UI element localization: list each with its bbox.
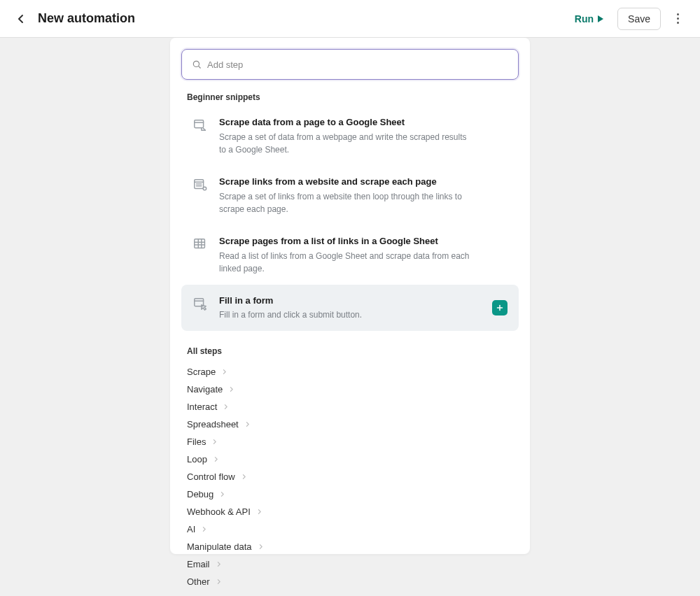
category-label: Files	[187, 437, 206, 447]
category-item[interactable]: Webhook & API	[187, 503, 513, 520]
chevron-right-icon	[221, 369, 227, 375]
chevron-right-icon	[241, 474, 247, 480]
category-item[interactable]: Control flow	[187, 468, 513, 485]
snippet-list: Scrape data from a page to a Google Shee…	[181, 106, 519, 331]
snippet-icon	[192, 296, 208, 311]
category-item[interactable]: Files	[187, 433, 513, 450]
chevron-right-icon	[256, 509, 262, 515]
run-button-label: Run	[575, 13, 594, 24]
snippet-body: Fill in a formFill in a form and click a…	[219, 295, 481, 322]
content-area: Beginner snippets Scrape data from a pag…	[0, 38, 700, 596]
snippet-body: Scrape pages from a list of links in a G…	[219, 235, 507, 275]
svg-point-8	[203, 187, 206, 190]
category-label: Navigate	[187, 384, 223, 395]
snippets-section-label: Beginner snippets	[187, 92, 513, 102]
category-list: ScrapeNavigateInteractSpreadsheetFilesLo…	[181, 360, 519, 590]
category-label: Scrape	[187, 367, 216, 377]
category-item[interactable]: Interact	[187, 398, 513, 416]
save-button[interactable]: Save	[617, 8, 661, 30]
snippet-desc: Scrape a set of links from a website the…	[219, 190, 471, 215]
category-item[interactable]: Scrape	[187, 363, 513, 381]
snippet-title: Scrape pages from a list of links in a G…	[219, 235, 507, 248]
add-step-field[interactable]	[181, 49, 519, 80]
category-item[interactable]: Loop	[187, 450, 513, 468]
header-bar: New automation Run Save	[0, 0, 700, 38]
category-label: Webhook & API	[187, 506, 251, 517]
more-menu-button[interactable]	[669, 10, 686, 27]
chevron-right-icon	[211, 439, 218, 445]
play-icon	[598, 15, 603, 22]
svg-point-0	[193, 61, 199, 66]
main-panel: Beginner snippets Scrape data from a pag…	[170, 38, 530, 554]
add-step-input[interactable]	[182, 50, 518, 79]
plus-icon	[496, 304, 504, 312]
header-left: New automation	[14, 11, 135, 26]
svg-rect-2	[195, 120, 204, 128]
snippet-item[interactable]: Scrape links from a website and scrape e…	[181, 166, 519, 225]
category-item[interactable]: Spreadsheet	[187, 416, 513, 433]
header-right: Run Save	[569, 8, 686, 30]
snippet-desc: Read a list of links from a Google Sheet…	[219, 250, 471, 275]
category-label: Email	[187, 559, 210, 569]
chevron-right-icon	[216, 561, 222, 567]
chevron-right-icon	[244, 421, 251, 427]
category-label: Manipulate data	[187, 541, 252, 552]
back-button[interactable]	[14, 12, 28, 26]
snippet-desc: Fill in a form and click a submit button…	[219, 308, 471, 321]
category-item[interactable]: Debug	[187, 485, 513, 503]
chevron-right-icon	[213, 456, 219, 462]
snippet-item[interactable]: Scrape pages from a list of links in a G…	[181, 225, 519, 285]
category-item[interactable]: Manipulate data	[187, 538, 513, 555]
snippet-desc: Scrape a set of data from a webpage and …	[219, 131, 471, 156]
snippet-body: Scrape data from a page to a Google Shee…	[219, 116, 507, 156]
snippet-body: Scrape links from a website and scrape e…	[219, 176, 507, 215]
category-label: Debug	[187, 489, 214, 499]
chevron-left-icon	[15, 13, 27, 24]
snippet-item[interactable]: Fill in a formFill in a form and click a…	[181, 285, 519, 332]
all-steps-section-label: All steps	[187, 346, 513, 356]
category-label: AI	[187, 524, 195, 534]
dot-icon	[677, 17, 679, 20]
category-item[interactable]: AI	[187, 520, 513, 538]
run-button[interactable]: Run	[569, 9, 609, 29]
category-label: Spreadsheet	[187, 419, 239, 430]
category-item[interactable]: Navigate	[187, 381, 513, 398]
snippet-icon	[192, 177, 208, 192]
svg-rect-9	[195, 239, 205, 248]
add-snippet-button[interactable]	[492, 300, 507, 315]
chevron-right-icon	[258, 544, 264, 550]
svg-line-1	[199, 66, 201, 69]
snippet-item[interactable]: Scrape data from a page to a Google Shee…	[181, 106, 519, 166]
category-label: Control flow	[187, 471, 235, 482]
chevron-right-icon	[216, 579, 222, 585]
chevron-right-icon	[201, 526, 207, 532]
dot-icon	[677, 13, 679, 15]
chevron-right-icon	[228, 386, 234, 392]
snippet-title: Scrape data from a page to a Google Shee…	[219, 116, 507, 129]
chevron-right-icon	[223, 404, 229, 410]
snippet-title: Scrape links from a website and scrape e…	[219, 176, 507, 189]
chevron-right-icon	[219, 491, 225, 497]
page-title: New automation	[38, 11, 135, 26]
category-item[interactable]: Email	[187, 555, 513, 573]
dot-icon	[677, 22, 679, 24]
category-item[interactable]: Other	[187, 573, 513, 590]
snippet-icon	[192, 118, 208, 133]
category-label: Other	[187, 576, 210, 587]
snippet-title: Fill in a form	[219, 295, 481, 308]
search-icon	[192, 59, 202, 69]
category-label: Interact	[187, 402, 217, 412]
app-root: New automation Run Save Beginner snippet…	[0, 0, 700, 596]
category-label: Loop	[187, 454, 207, 464]
snippet-icon	[192, 236, 208, 252]
